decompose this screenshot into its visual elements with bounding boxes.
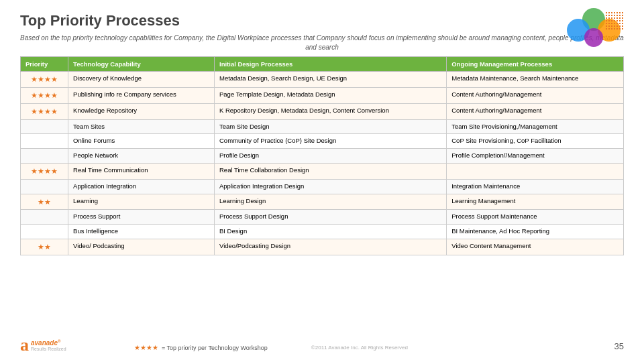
priority-cell: ★★★★: [21, 72, 68, 88]
table-row: ★★★★Discovery of KnowledgeMetadata Desig…: [21, 72, 624, 88]
col-header-ongoing: Ongoing Management Processes: [447, 57, 624, 72]
table-wrap: Priority Technology Capability Initial D…: [20, 56, 624, 255]
table-row: Process SupportProcess Support DesignPro…: [21, 210, 624, 225]
priority-cell: ★★★★: [21, 163, 68, 179]
footer-stars: ★★★★: [134, 344, 158, 351]
table-row: ★★★★Real Time CommunicationReal Time Col…: [21, 163, 624, 179]
ongoing-cell: CoP Site Provisioning, CoP Facilitation: [447, 134, 624, 149]
priority-cell: ★★★★: [21, 87, 68, 103]
footer-note: ★★★★ = Top priority per Technology Works…: [134, 344, 408, 351]
priority-cell: [21, 149, 68, 164]
initial-cell: Profile Design: [215, 149, 447, 164]
footer-copyright: ©2011 Avanade Inc. All Rights Reserved: [311, 345, 408, 351]
priority-cell: [21, 119, 68, 134]
col-header-capability: Technology Capability: [68, 57, 215, 72]
initial-cell: Real Time Collaboration Design: [215, 163, 447, 179]
initial-cell: Video/Podcasting Design: [215, 239, 447, 255]
capability-cell: Real Time Communication: [68, 163, 215, 179]
table-row: People NetworkProfile DesignProfile Comp…: [21, 149, 624, 164]
ongoing-cell: Process Support Maintenance: [447, 210, 624, 225]
capability-cell: Process Support: [68, 210, 215, 225]
logo-text-block: avanade® Results Realized: [31, 339, 66, 351]
table-row: Application IntegrationApplication Integ…: [21, 179, 624, 194]
priority-cell: [21, 134, 68, 149]
col-header-priority: Priority: [21, 57, 68, 72]
initial-cell: Community of Practice (CoP) Site Design: [215, 134, 447, 149]
ongoing-cell: [447, 163, 624, 179]
table-row: Online ForumsCommunity of Practice (CoP)…: [21, 134, 624, 149]
initial-cell: Application Integration Design: [215, 179, 447, 194]
initial-cell: Learning Design: [215, 194, 447, 210]
ongoing-cell: Metadata Maintenance, Search Maintenance: [447, 72, 624, 88]
capability-cell: Video/ Podcasting: [68, 239, 215, 255]
capability-cell: Learning: [68, 194, 215, 210]
capability-cell: Team Sites: [68, 119, 215, 134]
capability-cell: Online Forums: [68, 134, 215, 149]
priority-cell: [21, 225, 68, 239]
ongoing-cell: Content Authoring/Management: [447, 87, 624, 103]
ongoing-cell: BI Maintenance, Ad Hoc Reporting: [447, 225, 624, 239]
logo-tagline: Results Realized: [31, 347, 66, 351]
subtitle: Based on the top priority technology cap…: [20, 34, 624, 52]
table-row: ★★★★Publishing info re Company servicesP…: [21, 87, 624, 103]
table-row: ★★★★Knowledge RepositoryK Repository Des…: [21, 103, 624, 119]
table-row: Team SitesTeam Site DesignTeam Site Prov…: [21, 119, 624, 134]
ongoing-cell: Video Content Management: [447, 239, 624, 255]
table-row: ★★LearningLearning DesignLearning Manage…: [21, 194, 624, 210]
initial-cell: BI Design: [215, 225, 447, 239]
diagram-area: [564, 8, 624, 52]
logo-area: a avanade® Results Realized: [20, 335, 66, 355]
priority-cell: [21, 210, 68, 225]
priority-cell: ★★: [21, 239, 68, 255]
priority-cell: [21, 179, 68, 194]
diagram-circles: [564, 8, 624, 52]
capability-cell: Discovery of Knowledge: [68, 72, 215, 88]
ongoing-cell: Team Site Provisioning,/Management: [447, 119, 624, 134]
page-number: 35: [614, 341, 624, 351]
capability-cell: Knowledge Repository: [68, 103, 215, 119]
dots-pattern: [605, 11, 624, 30]
initial-cell: K Repository Design, Metadata Design, Co…: [215, 103, 447, 119]
capability-cell: Publishing info re Company services: [68, 87, 215, 103]
col-header-initial: Initial Design Processes: [215, 57, 447, 72]
logo-brand: avanade®: [31, 339, 66, 347]
ongoing-cell: Profile Completion//Management: [447, 149, 624, 164]
table-row: Bus IntelligenceBI DesignBI Maintenance,…: [21, 225, 624, 239]
initial-cell: Team Site Design: [215, 119, 447, 134]
initial-cell: Metadata Design, Search Design, UE Desig…: [215, 72, 447, 88]
logo-box: a avanade® Results Realized: [20, 335, 66, 355]
main-table: Priority Technology Capability Initial D…: [20, 56, 624, 255]
ongoing-cell: Integration Maintenance: [447, 179, 624, 194]
page: Top Priority Processes Based on the top …: [0, 0, 644, 362]
priority-cell: ★★: [21, 194, 68, 210]
table-row: ★★Video/ PodcastingVideo/Podcasting Desi…: [21, 239, 624, 255]
ongoing-cell: Content Authoring/Management: [447, 103, 624, 119]
page-title: Top Priority Processes: [20, 12, 624, 29]
initial-cell: Process Support Design: [215, 210, 447, 225]
capability-cell: Bus Intelligence: [68, 225, 215, 239]
circle-4: [584, 28, 603, 47]
footer-note-text: = Top priority per Technology Workshop: [162, 345, 268, 351]
priority-cell: ★★★★: [21, 103, 68, 119]
capability-cell: People Network: [68, 149, 215, 164]
logo-icon: a: [20, 335, 29, 355]
capability-cell: Application Integration: [68, 179, 215, 194]
ongoing-cell: Learning Management: [447, 194, 624, 210]
initial-cell: Page Template Design, Metadata Design: [215, 87, 447, 103]
